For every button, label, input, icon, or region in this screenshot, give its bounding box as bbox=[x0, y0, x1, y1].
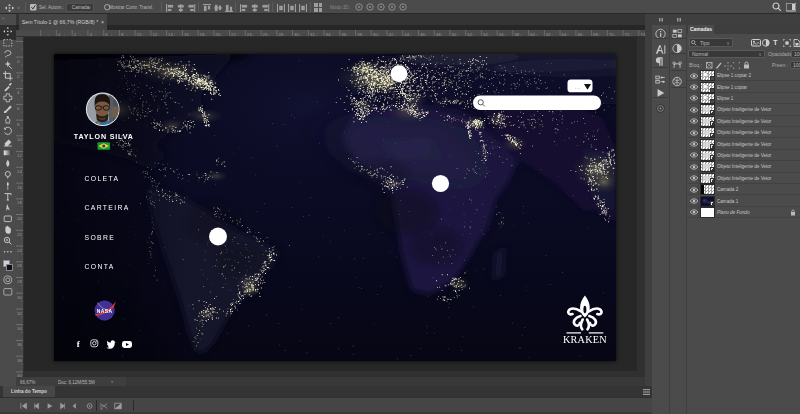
svg-text:KRAKEN: KRAKEN bbox=[563, 334, 607, 345]
svg-text:18: 18 bbox=[200, 32, 205, 37]
svg-text:38: 38 bbox=[17, 358, 22, 363]
svg-text:36: 36 bbox=[341, 32, 346, 37]
svg-text:18: 18 bbox=[17, 200, 22, 205]
svg-text:14: 14 bbox=[168, 32, 173, 37]
svg-text:TAYLON SILVA: TAYLON SILVA bbox=[74, 133, 134, 141]
svg-text:40: 40 bbox=[373, 32, 378, 37]
svg-text:58: 58 bbox=[514, 32, 519, 37]
svg-text:26: 26 bbox=[17, 263, 22, 268]
svg-text:CONTA: CONTA bbox=[85, 263, 115, 270]
svg-text:10: 10 bbox=[17, 137, 22, 142]
svg-text:60: 60 bbox=[530, 32, 535, 37]
svg-text:10: 10 bbox=[137, 32, 142, 37]
svg-text:36: 36 bbox=[17, 342, 22, 347]
svg-text:26: 26 bbox=[263, 32, 268, 37]
svg-text:52: 52 bbox=[467, 32, 472, 37]
svg-text:12: 12 bbox=[152, 32, 157, 37]
svg-text:COLETA: COLETA bbox=[85, 175, 120, 182]
svg-text:34: 34 bbox=[326, 32, 331, 37]
svg-text:64: 64 bbox=[562, 32, 567, 37]
svg-text:28: 28 bbox=[278, 32, 283, 37]
svg-text:34: 34 bbox=[17, 326, 22, 331]
svg-text:22: 22 bbox=[17, 232, 22, 237]
svg-text:72: 72 bbox=[625, 32, 630, 37]
svg-text:44: 44 bbox=[404, 32, 409, 37]
svg-text:54: 54 bbox=[483, 32, 488, 37]
svg-text:66: 66 bbox=[577, 32, 582, 37]
svg-text:28: 28 bbox=[17, 279, 22, 284]
svg-text:14: 14 bbox=[17, 169, 22, 174]
svg-text:50: 50 bbox=[451, 32, 456, 37]
svg-text:22: 22 bbox=[231, 32, 236, 37]
svg-text:CARTEIRA: CARTEIRA bbox=[85, 204, 130, 211]
svg-text:32: 32 bbox=[310, 32, 315, 37]
svg-text:42: 42 bbox=[389, 32, 394, 37]
svg-text:38: 38 bbox=[357, 32, 362, 37]
svg-text:16: 16 bbox=[184, 32, 189, 37]
svg-text:...: ... bbox=[575, 84, 581, 90]
svg-text:32: 32 bbox=[17, 311, 22, 316]
svg-text:30: 30 bbox=[17, 295, 22, 300]
svg-text:48: 48 bbox=[436, 32, 441, 37]
svg-text:20: 20 bbox=[215, 32, 220, 37]
svg-text:SOBRE: SOBRE bbox=[85, 234, 116, 241]
svg-text:20: 20 bbox=[17, 216, 22, 221]
svg-text:70: 70 bbox=[609, 32, 614, 37]
svg-text:NASA: NASA bbox=[97, 308, 113, 314]
svg-text:16: 16 bbox=[17, 185, 22, 190]
svg-text:62: 62 bbox=[546, 32, 551, 37]
svg-text:46: 46 bbox=[420, 32, 425, 37]
svg-text:24: 24 bbox=[247, 32, 252, 37]
svg-text:12: 12 bbox=[17, 153, 22, 158]
svg-text:24: 24 bbox=[17, 248, 22, 253]
svg-text:68: 68 bbox=[593, 32, 598, 37]
svg-text:30: 30 bbox=[294, 32, 299, 37]
svg-text:56: 56 bbox=[499, 32, 504, 37]
